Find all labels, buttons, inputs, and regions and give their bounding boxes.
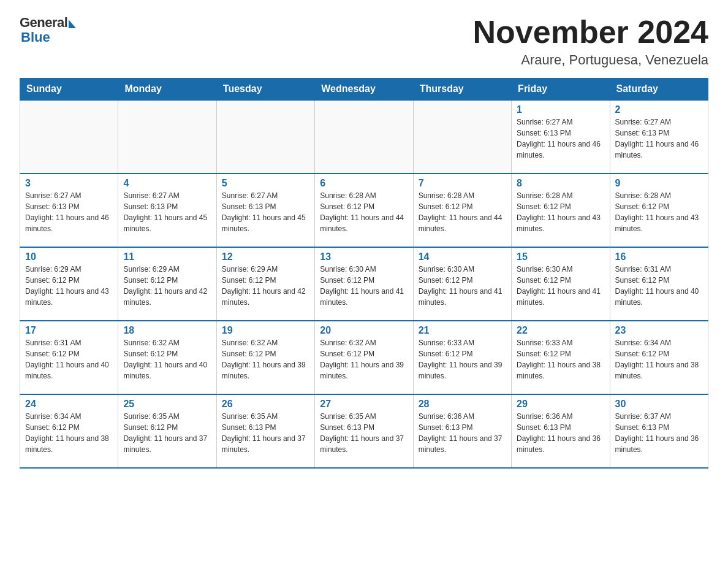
calendar-cell xyxy=(118,100,216,174)
title-area: November 2024 Araure, Portuguesa, Venezu… xyxy=(473,15,708,68)
day-number: 15 xyxy=(517,251,604,262)
day-info: Sunrise: 6:28 AM Sunset: 6:12 PM Dayligh… xyxy=(419,190,506,234)
day-info: Sunrise: 6:30 AM Sunset: 6:12 PM Dayligh… xyxy=(517,264,604,308)
day-number: 21 xyxy=(419,325,506,336)
day-info: Sunrise: 6:27 AM Sunset: 6:13 PM Dayligh… xyxy=(517,117,604,161)
day-info: Sunrise: 6:37 AM Sunset: 6:13 PM Dayligh… xyxy=(615,411,703,455)
weekday-header-friday: Friday xyxy=(512,79,610,101)
day-info: Sunrise: 6:27 AM Sunset: 6:13 PM Dayligh… xyxy=(615,117,703,161)
calendar-cell xyxy=(315,100,413,174)
day-info: Sunrise: 6:32 AM Sunset: 6:12 PM Dayligh… xyxy=(320,337,408,381)
calendar-cell: 29Sunrise: 6:36 AM Sunset: 6:13 PM Dayli… xyxy=(512,394,610,468)
day-info: Sunrise: 6:30 AM Sunset: 6:12 PM Dayligh… xyxy=(419,264,506,308)
calendar-cell: 15Sunrise: 6:30 AM Sunset: 6:12 PM Dayli… xyxy=(512,247,610,321)
day-info: Sunrise: 6:32 AM Sunset: 6:12 PM Dayligh… xyxy=(123,337,211,381)
day-number: 23 xyxy=(615,325,703,336)
day-info: Sunrise: 6:36 AM Sunset: 6:13 PM Dayligh… xyxy=(517,411,604,455)
day-number: 16 xyxy=(615,251,703,262)
day-number: 14 xyxy=(419,251,506,262)
day-info: Sunrise: 6:35 AM Sunset: 6:12 PM Dayligh… xyxy=(123,411,211,455)
day-info: Sunrise: 6:34 AM Sunset: 6:12 PM Dayligh… xyxy=(25,411,113,455)
calendar-cell xyxy=(413,100,511,174)
weekday-header-tuesday: Tuesday xyxy=(216,79,314,101)
day-number: 20 xyxy=(320,325,408,336)
weekday-header-sunday: Sunday xyxy=(20,79,118,101)
calendar-cell: 13Sunrise: 6:30 AM Sunset: 6:12 PM Dayli… xyxy=(315,247,413,321)
month-title: November 2024 xyxy=(473,15,708,50)
day-number: 17 xyxy=(25,325,113,336)
day-number: 26 xyxy=(222,399,309,410)
calendar-cell: 16Sunrise: 6:31 AM Sunset: 6:12 PM Dayli… xyxy=(610,247,708,321)
day-number: 19 xyxy=(222,325,309,336)
day-number: 11 xyxy=(123,251,211,262)
logo-arrow-icon xyxy=(69,20,76,28)
calendar-cell: 22Sunrise: 6:33 AM Sunset: 6:12 PM Dayli… xyxy=(512,321,610,394)
day-number: 27 xyxy=(320,399,408,410)
calendar-week-row: 17Sunrise: 6:31 AM Sunset: 6:12 PM Dayli… xyxy=(20,321,708,394)
day-number: 22 xyxy=(517,325,604,336)
day-number: 6 xyxy=(320,178,408,189)
calendar-cell: 8Sunrise: 6:28 AM Sunset: 6:12 PM Daylig… xyxy=(512,174,610,247)
calendar-cell: 21Sunrise: 6:33 AM Sunset: 6:12 PM Dayli… xyxy=(413,321,511,394)
calendar-cell: 2Sunrise: 6:27 AM Sunset: 6:13 PM Daylig… xyxy=(610,100,708,174)
calendar-cell: 24Sunrise: 6:34 AM Sunset: 6:12 PM Dayli… xyxy=(20,394,118,468)
day-number: 1 xyxy=(517,104,604,115)
day-info: Sunrise: 6:27 AM Sunset: 6:13 PM Dayligh… xyxy=(25,190,113,234)
calendar-week-row: 1Sunrise: 6:27 AM Sunset: 6:13 PM Daylig… xyxy=(20,100,708,174)
day-number: 5 xyxy=(222,178,309,189)
logo: General Blue xyxy=(20,15,76,45)
day-number: 24 xyxy=(25,399,113,410)
calendar-cell: 9Sunrise: 6:28 AM Sunset: 6:12 PM Daylig… xyxy=(610,174,708,247)
location-title: Araure, Portuguesa, Venezuela xyxy=(473,52,708,68)
calendar-cell: 25Sunrise: 6:35 AM Sunset: 6:12 PM Dayli… xyxy=(118,394,216,468)
calendar-cell: 4Sunrise: 6:27 AM Sunset: 6:13 PM Daylig… xyxy=(118,174,216,247)
calendar-cell: 6Sunrise: 6:28 AM Sunset: 6:12 PM Daylig… xyxy=(315,174,413,247)
calendar-week-row: 10Sunrise: 6:29 AM Sunset: 6:12 PM Dayli… xyxy=(20,247,708,321)
day-info: Sunrise: 6:29 AM Sunset: 6:12 PM Dayligh… xyxy=(123,264,211,308)
calendar-cell: 23Sunrise: 6:34 AM Sunset: 6:12 PM Dayli… xyxy=(610,321,708,394)
day-number: 30 xyxy=(615,399,703,410)
weekday-header-wednesday: Wednesday xyxy=(315,79,413,101)
day-number: 4 xyxy=(123,178,211,189)
day-number: 7 xyxy=(419,178,506,189)
day-info: Sunrise: 6:35 AM Sunset: 6:13 PM Dayligh… xyxy=(320,411,408,455)
day-number: 28 xyxy=(419,399,506,410)
calendar-cell: 12Sunrise: 6:29 AM Sunset: 6:12 PM Dayli… xyxy=(216,247,314,321)
weekday-header-monday: Monday xyxy=(118,79,216,101)
calendar-cell: 14Sunrise: 6:30 AM Sunset: 6:12 PM Dayli… xyxy=(413,247,511,321)
logo-blue-text: Blue xyxy=(21,29,50,45)
day-number: 25 xyxy=(123,399,211,410)
weekday-header-row: SundayMondayTuesdayWednesdayThursdayFrid… xyxy=(20,79,708,101)
day-info: Sunrise: 6:28 AM Sunset: 6:12 PM Dayligh… xyxy=(320,190,408,234)
calendar-cell: 1Sunrise: 6:27 AM Sunset: 6:13 PM Daylig… xyxy=(512,100,610,174)
day-info: Sunrise: 6:32 AM Sunset: 6:12 PM Dayligh… xyxy=(222,337,309,381)
day-info: Sunrise: 6:33 AM Sunset: 6:12 PM Dayligh… xyxy=(419,337,506,381)
day-info: Sunrise: 6:30 AM Sunset: 6:12 PM Dayligh… xyxy=(320,264,408,308)
day-info: Sunrise: 6:29 AM Sunset: 6:12 PM Dayligh… xyxy=(222,264,309,308)
day-info: Sunrise: 6:33 AM Sunset: 6:12 PM Dayligh… xyxy=(517,337,604,381)
day-info: Sunrise: 6:28 AM Sunset: 6:12 PM Dayligh… xyxy=(517,190,604,234)
weekday-header-thursday: Thursday xyxy=(413,79,511,101)
calendar-cell: 18Sunrise: 6:32 AM Sunset: 6:12 PM Dayli… xyxy=(118,321,216,394)
weekday-header-saturday: Saturday xyxy=(610,79,708,101)
calendar-cell: 10Sunrise: 6:29 AM Sunset: 6:12 PM Dayli… xyxy=(20,247,118,321)
calendar-cell: 30Sunrise: 6:37 AM Sunset: 6:13 PM Dayli… xyxy=(610,394,708,468)
calendar-cell: 19Sunrise: 6:32 AM Sunset: 6:12 PM Dayli… xyxy=(216,321,314,394)
day-number: 12 xyxy=(222,251,309,262)
calendar-cell: 26Sunrise: 6:35 AM Sunset: 6:13 PM Dayli… xyxy=(216,394,314,468)
day-number: 9 xyxy=(615,178,703,189)
calendar-week-row: 24Sunrise: 6:34 AM Sunset: 6:12 PM Dayli… xyxy=(20,394,708,468)
day-number: 3 xyxy=(25,178,113,189)
calendar-table: SundayMondayTuesdayWednesdayThursdayFrid… xyxy=(20,78,708,469)
calendar-cell: 3Sunrise: 6:27 AM Sunset: 6:13 PM Daylig… xyxy=(20,174,118,247)
day-info: Sunrise: 6:28 AM Sunset: 6:12 PM Dayligh… xyxy=(615,190,703,234)
calendar-cell xyxy=(20,100,118,174)
day-number: 29 xyxy=(517,399,604,410)
day-info: Sunrise: 6:31 AM Sunset: 6:12 PM Dayligh… xyxy=(615,264,703,308)
page-header: General Blue November 2024 Araure, Portu… xyxy=(20,15,708,68)
logo-general-text: General xyxy=(20,15,67,31)
calendar-cell: 11Sunrise: 6:29 AM Sunset: 6:12 PM Dayli… xyxy=(118,247,216,321)
calendar-cell xyxy=(216,100,314,174)
calendar-cell: 5Sunrise: 6:27 AM Sunset: 6:13 PM Daylig… xyxy=(216,174,314,247)
day-number: 8 xyxy=(517,178,604,189)
